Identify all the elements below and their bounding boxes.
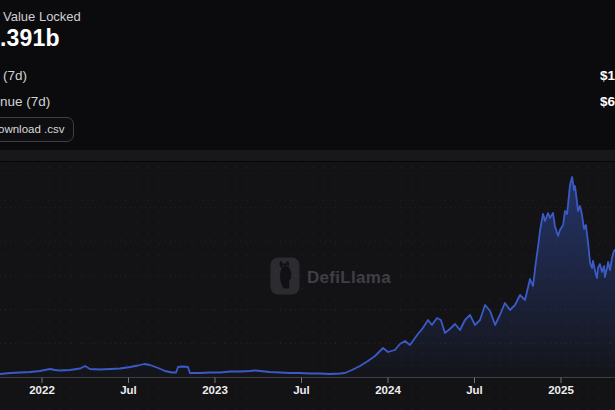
x-axis-label: Jul: [466, 384, 483, 396]
tvl-area-fill: [0, 177, 615, 377]
x-axis-label: 2023: [202, 384, 228, 396]
x-axis-label: 2024: [375, 384, 401, 396]
x-axis-label: Jul: [293, 384, 310, 396]
x-axis-label: 2022: [29, 384, 55, 396]
x-axis-label: 2025: [548, 384, 574, 396]
x-axis-label: Jul: [120, 384, 137, 396]
tvl-area-chart[interactable]: 2022Jul2023Jul2024Jul2025: [0, 0, 615, 410]
